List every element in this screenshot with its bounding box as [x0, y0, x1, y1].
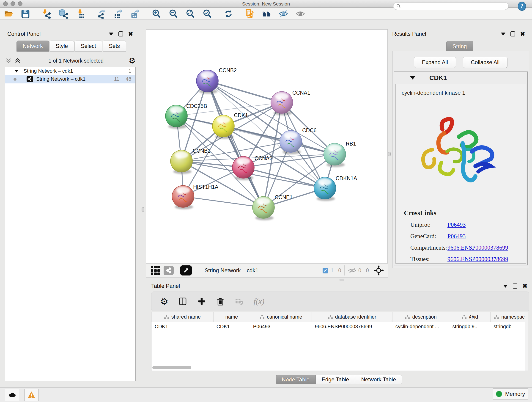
expand-all-button[interactable]: Expand All: [414, 57, 456, 68]
gene-card-header[interactable]: CDK1: [394, 72, 527, 84]
tab-sets[interactable]: Sets: [103, 41, 126, 51]
table-cell[interactable]: P06493: [250, 324, 312, 330]
column-header-shared-name[interactable]: shared name: [152, 312, 213, 322]
column-header-database-identifier[interactable]: database identifier: [312, 312, 392, 322]
control-panel-close-icon[interactable]: ✖: [128, 32, 133, 36]
export-image-button[interactable]: [127, 8, 144, 19]
results-panel-menu-icon[interactable]: [501, 32, 505, 36]
table-cell[interactable]: stringdb:9...: [449, 324, 490, 330]
table-panel-float-icon[interactable]: [513, 283, 517, 288]
detach-view-button[interactable]: [180, 265, 192, 275]
network-node-ccnb1[interactable]: CCNB1: [171, 148, 210, 174]
zoom-out-button[interactable]: [165, 8, 182, 19]
network-edge[interactable]: [223, 126, 335, 154]
refresh-layout-button[interactable]: [220, 8, 237, 19]
table-row[interactable]: CDK1CDK1P064939606.ENSP00000378699cyclin…: [152, 322, 528, 331]
tab-edge-table[interactable]: Edge Table: [316, 375, 355, 384]
network-birdseye-share-icon[interactable]: [164, 266, 174, 275]
collapse-all-button[interactable]: Collapse All: [463, 57, 507, 68]
horizontal-splitter-handle[interactable]: [340, 279, 344, 281]
warnings-button[interactable]: [24, 389, 38, 401]
network-node-cdkn1a[interactable]: CDKN1A: [314, 175, 357, 201]
tree-expand-icon[interactable]: [14, 70, 19, 72]
zoom-in-button[interactable]: [148, 8, 165, 19]
import-network-file-button[interactable]: [38, 8, 55, 19]
table-cell[interactable]: cyclin-dependent ...: [392, 324, 449, 330]
network-node-rb1[interactable]: RB1: [324, 141, 356, 167]
table-options-gear-icon[interactable]: ⚙: [160, 296, 168, 307]
table-cell[interactable]: CDK1: [213, 324, 250, 330]
vertical-splitter-handle[interactable]: [142, 207, 144, 212]
export-network-button[interactable]: [93, 8, 110, 19]
network-edge[interactable]: [207, 81, 282, 102]
network-options-gear-icon[interactable]: ⚙: [129, 57, 136, 65]
export-table-button[interactable]: [110, 8, 127, 19]
tab-network[interactable]: Network: [17, 41, 49, 51]
crosslink-row: Tissues:9606.ENSP00000378699: [404, 256, 526, 263]
table-cell[interactable]: 9606.ENSP00000378699: [312, 324, 392, 330]
table-panel-close-icon[interactable]: ✖: [522, 284, 527, 288]
zoom-selected-button[interactable]: [199, 8, 216, 19]
crosslink-link[interactable]: P06493: [447, 233, 466, 240]
hide-selected-button[interactable]: [275, 8, 292, 19]
crosslink-link[interactable]: P06493: [447, 221, 466, 228]
tab-style[interactable]: Style: [50, 41, 74, 51]
network-collection-row[interactable]: String Network – cdk1 1: [5, 67, 135, 75]
crosslink-link[interactable]: 9606.ENSP00000378699: [447, 244, 508, 251]
expand-all-icon[interactable]: [14, 57, 21, 64]
vertical-splitter-handle[interactable]: [388, 152, 391, 156]
clone-network-button[interactable]: [241, 8, 258, 19]
column-header-namespac[interactable]: namespac: [490, 312, 528, 322]
column-header-description[interactable]: description: [392, 312, 449, 322]
tab-network-table[interactable]: Network Table: [355, 375, 402, 384]
import-table-file-button[interactable]: [72, 8, 89, 19]
network-collection-label: String Network – cdk1: [24, 68, 73, 74]
network-canvas[interactable]: CCNB2CCNA1CDC25BCDK1CDC6RB1CCNB1CCNA2CDK…: [146, 29, 388, 263]
selected-checkbox-icon[interactable]: ✓: [323, 268, 328, 274]
network-edge[interactable]: [183, 196, 264, 207]
tab-node-table[interactable]: Node Table: [276, 375, 316, 384]
string-network-icon: [27, 76, 33, 82]
tab-select[interactable]: Select: [75, 41, 102, 51]
network-row-selected[interactable]: String Network – cdk1 11 48: [5, 75, 135, 83]
grid-view-icon[interactable]: [151, 266, 160, 275]
table-vertical-scrollbar[interactable]: [525, 312, 528, 370]
control-panel-float-icon[interactable]: [119, 32, 123, 36]
tab-string[interactable]: String: [446, 41, 473, 52]
gene-card-collapse-icon[interactable]: [410, 76, 415, 80]
delete-column-icon[interactable]: [216, 297, 225, 306]
control-panel-menu-icon[interactable]: [109, 32, 114, 36]
network-node-ccna2[interactable]: CCNA2: [232, 155, 272, 180]
collapse-all-icon[interactable]: [5, 57, 12, 64]
delete-table-icon[interactable]: [235, 297, 244, 306]
table-horizontal-scrollbar[interactable]: [152, 366, 524, 370]
memory-button[interactable]: Memory: [493, 389, 528, 400]
add-column-icon[interactable]: [197, 297, 206, 306]
show-all-button[interactable]: [292, 8, 309, 19]
network-node-cdc25b[interactable]: CDC25B: [165, 103, 207, 129]
crosslink-link[interactable]: 9606.ENSP00000378699: [447, 256, 508, 263]
function-builder-icon[interactable]: f(x): [254, 297, 264, 306]
column-header--id[interactable]: @id: [449, 312, 490, 322]
help-button[interactable]: ?: [517, 2, 526, 11]
table-cell[interactable]: CDK1: [152, 324, 213, 330]
show-columns-icon[interactable]: [178, 297, 187, 306]
open-session-button[interactable]: [0, 8, 17, 19]
network-node-hist1h1a[interactable]: HIST1H1A: [172, 184, 219, 209]
cloud-button[interactable]: [5, 389, 19, 401]
first-neighbors-button[interactable]: [258, 8, 275, 19]
network-graph: CCNB2CCNA1CDC25BCDK1CDC6RB1CCNB1CCNA2CDK…: [146, 30, 387, 263]
import-network-database-button[interactable]: [55, 8, 72, 19]
zoom-fit-button[interactable]: [182, 8, 199, 19]
network-node-ccne1[interactable]: CCNE1: [253, 194, 293, 220]
save-session-button[interactable]: [17, 8, 34, 19]
network-node-ccnb2[interactable]: CCNB2: [196, 67, 237, 94]
column-header-name[interactable]: name: [213, 312, 250, 322]
results-panel-close-icon[interactable]: ✖: [520, 32, 525, 36]
table-cell[interactable]: stringdb: [490, 324, 528, 330]
results-panel-float-icon[interactable]: [510, 32, 515, 36]
column-header-canonical-name[interactable]: canonical name: [250, 312, 312, 322]
table-panel-menu-icon[interactable]: [503, 285, 508, 288]
birdseye-crosshair-icon[interactable]: [374, 265, 384, 276]
search-input[interactable]: [403, 4, 503, 8]
